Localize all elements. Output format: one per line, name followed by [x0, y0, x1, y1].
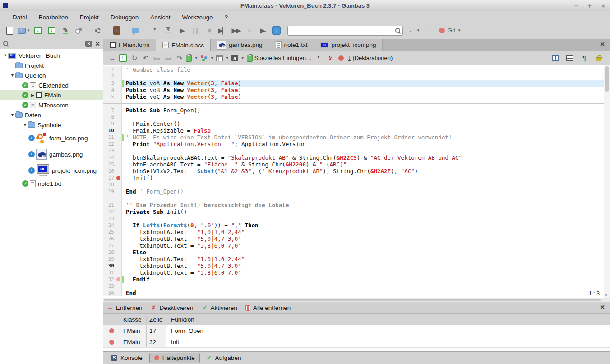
- code-line[interactable]: 4Public voB As New Vector(3, False): [103, 87, 604, 93]
- tree-item-fmain[interactable]: ✓▶FMain: [0, 90, 103, 100]
- menu-item-help[interactable]: ?: [219, 13, 234, 22]
- code-line[interactable]: 8: [103, 114, 604, 120]
- goto-button[interactable]: →: [106, 53, 117, 64]
- insert-table-button[interactable]: ▼: [215, 53, 230, 64]
- code-line[interactable]: 5Public voC As New Vector(3, False): [103, 93, 604, 100]
- code-line[interactable]: 3Public voA As New Vector(3, False): [103, 80, 604, 87]
- tree-item-gambas-png[interactable]: +gambas.png: [0, 146, 103, 162]
- fold-icon[interactable]: −: [116, 210, 120, 214]
- scrollbar-thumb[interactable]: [605, 66, 609, 92]
- nav-forward-button[interactable]: →: [422, 24, 434, 37]
- compile-button[interactable]: ▼···: [148, 24, 161, 37]
- comments-button[interactable]: [129, 24, 142, 37]
- paste-menu-button[interactable]: ▼: [185, 53, 199, 64]
- text-case-button[interactable]: a▼: [231, 53, 245, 64]
- editor-horizontal-scrollbar[interactable]: [103, 298, 610, 302]
- code-line[interactable]: 19End ' Form_Open(): [103, 188, 604, 195]
- tree-expander-icon[interactable]: ▶: [30, 93, 36, 97]
- code-line[interactable]: 18: [103, 181, 604, 188]
- tree-item-note1-txt[interactable]: ✓note1.txt: [0, 179, 103, 189]
- forward-button[interactable]: ▶▶: [230, 24, 242, 37]
- code-line[interactable]: 9 FMain.Center(): [103, 120, 604, 127]
- code-line[interactable]: 1−' Gambas class file: [103, 66, 604, 73]
- comment-button[interactable]: ': [313, 53, 324, 64]
- save-all-button[interactable]: [46, 24, 58, 37]
- save-project-button[interactable]: [32, 24, 45, 37]
- download-button[interactable]: ↓: [270, 24, 283, 37]
- tab-fmain-class[interactable]: CFMain.class: [156, 39, 211, 51]
- new-file-button[interactable]: [3, 24, 16, 37]
- code-line[interactable]: 12 Print "Application.Version = "; Appli…: [103, 141, 604, 147]
- breakpoint-row[interactable]: FMain32Init: [103, 336, 610, 348]
- code-line[interactable]: 27 txbInputC.Text = "3,8|6,0|7,0": [103, 242, 604, 249]
- unindent-button[interactable]: ≡◂: [162, 53, 173, 64]
- search-input[interactable]: [290, 27, 395, 34]
- run-button[interactable]: ▶: [176, 24, 188, 37]
- tree-item-daten[interactable]: ▼Daten: [0, 110, 103, 120]
- minimize-button[interactable]: −: [574, 2, 578, 9]
- code-line[interactable]: 23: [103, 215, 604, 222]
- menu-item-projekt[interactable]: Projekt: [74, 13, 105, 22]
- sidebar-close-icon[interactable]: ✕: [95, 41, 100, 47]
- code-line[interactable]: 2: [103, 73, 604, 80]
- code-line[interactable]: 28 Else: [103, 249, 604, 256]
- tree-item-projekt[interactable]: Projekt: [0, 60, 103, 70]
- code-line[interactable]: 34End: [103, 290, 604, 296]
- open-project-button[interactable]: ▼: [17, 24, 31, 37]
- code-line[interactable]: 7−Public Sub Form_Open(): [103, 107, 604, 114]
- code-line[interactable]: 33: [103, 283, 604, 290]
- tree-expander-icon[interactable]: ▼: [9, 73, 15, 78]
- tab-gambas-png[interactable]: gambas.png: [211, 39, 269, 51]
- procedure-separator[interactable]: [103, 195, 604, 202]
- save-class-button[interactable]: [117, 53, 128, 64]
- finish-button[interactable]: ▲: [243, 24, 256, 37]
- code-line[interactable]: 13: [103, 147, 604, 154]
- procedure-separator[interactable]: [103, 100, 604, 107]
- clear-filter-icon[interactable]: ✕: [85, 41, 92, 47]
- color-picker-button[interactable]: ▼: [199, 53, 215, 64]
- tree-item-quellen[interactable]: ▼Quellen: [0, 70, 103, 80]
- uncomment-button[interactable]: ': [324, 53, 335, 64]
- code-line[interactable]: 26 txbInputB.Text = "5,0|4,7|3,0": [103, 235, 604, 242]
- declarations-button[interactable]: ↓(Deklarationen): [347, 53, 393, 64]
- code-line[interactable]: 29 txbInputA.Text = "1.0|1.0|2.44": [103, 256, 604, 263]
- breakpoint-row[interactable]: FMain17Form_Open: [103, 325, 610, 336]
- tree-expander-icon[interactable]: ▼: [2, 53, 8, 58]
- menu-item-bearbeiten[interactable]: Bearbeiten: [33, 13, 74, 22]
- lock-editor-button[interactable]: [593, 53, 604, 64]
- code-line[interactable]: 21'' Die Prozedur Init() berücksichtigt …: [103, 202, 604, 208]
- title-bar[interactable]: FMain.class - Vektoren_Buch 2.3.7 - Gamb…: [0, 0, 610, 11]
- activate-breakpoint-button[interactable]: ✓Aktivieren: [202, 304, 237, 311]
- indent-button[interactable]: ▸≡: [151, 53, 162, 64]
- menu-item-ansicht[interactable]: Ansicht: [144, 13, 176, 22]
- tree-item-mtensoren[interactable]: ✓mMTensoren: [0, 100, 103, 110]
- code-line[interactable]: 22−Private Sub Init(): [103, 208, 604, 215]
- breakpoint-icon[interactable]: [116, 176, 120, 180]
- remove-breakpoint-button[interactable]: −Entfernen: [107, 304, 143, 312]
- compile-all-button[interactable]: ▼···: [162, 24, 175, 37]
- edit-button[interactable]: ✎: [59, 24, 72, 37]
- filter-icon[interactable]: [3, 41, 9, 46]
- code-line[interactable]: 30 txbInputB.Text = "5.0|4.7|3.0": [103, 263, 604, 269]
- tree-expander-icon[interactable]: ▼: [22, 123, 28, 127]
- tab-fmain-form[interactable]: FMain.form: [103, 39, 156, 51]
- code-line[interactable]: 31 txbInputC.Text = "3.8|6.0|7.0": [103, 269, 604, 276]
- tree-item-vektoren-buch[interactable]: ▼HLVektoren_Buch: [0, 51, 103, 60]
- fold-icon[interactable]: −: [116, 108, 120, 113]
- code-line[interactable]: 14 btnSkalarproduktABAC.Text = "Skalarpr…: [103, 154, 604, 161]
- refactor-button[interactable]: [73, 24, 85, 37]
- tree-expander-icon[interactable]: ▼: [9, 113, 15, 117]
- make-executable-button[interactable]: ↓: [111, 24, 123, 37]
- split-vertical-button[interactable]: [550, 53, 561, 64]
- code-line[interactable]: 11' NOTE: Es wird eine Text-Datei `VERSI…: [103, 134, 604, 141]
- code-line[interactable]: 16 btnSetV1xV2.Text = Subst("&1 &2 &3", …: [103, 168, 604, 175]
- scrollbar-down-icon[interactable]: ▼: [605, 293, 607, 297]
- nav-back-button[interactable]: ← ▼: [407, 24, 421, 37]
- close-button[interactable]: ×: [601, 2, 605, 9]
- menu-item-datei[interactable]: Datei: [7, 13, 33, 22]
- scrollbar-thumb[interactable]: [104, 299, 601, 301]
- deactivate-breakpoint-button[interactable]: ✗Deaktivieren: [151, 304, 194, 311]
- menu-item-werkzeuge[interactable]: Werkzeuge: [176, 13, 218, 22]
- code-line[interactable]: 25 txbInputA.Text = "1,0|1,0|2,44": [103, 229, 604, 235]
- stop-button[interactable]: ■: [203, 24, 215, 37]
